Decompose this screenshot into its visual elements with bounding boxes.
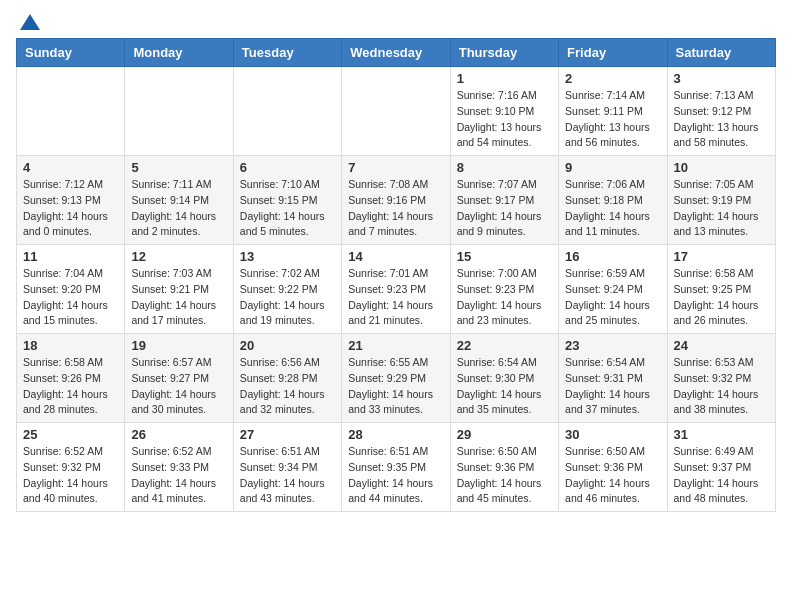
calendar-cell: 8Sunrise: 7:07 AMSunset: 9:17 PMDaylight…: [450, 156, 558, 245]
calendar-cell: 26Sunrise: 6:52 AMSunset: 9:33 PMDayligh…: [125, 423, 233, 512]
logo-triangle-icon: [20, 14, 40, 30]
day-number: 18: [23, 338, 118, 353]
calendar-week-5: 25Sunrise: 6:52 AMSunset: 9:32 PMDayligh…: [17, 423, 776, 512]
day-info: Sunrise: 7:00 AMSunset: 9:23 PMDaylight:…: [457, 266, 552, 329]
calendar-cell: [125, 67, 233, 156]
calendar-cell: 9Sunrise: 7:06 AMSunset: 9:18 PMDaylight…: [559, 156, 667, 245]
calendar-cell: 10Sunrise: 7:05 AMSunset: 9:19 PMDayligh…: [667, 156, 775, 245]
calendar-cell: 22Sunrise: 6:54 AMSunset: 9:30 PMDayligh…: [450, 334, 558, 423]
calendar-cell: 27Sunrise: 6:51 AMSunset: 9:34 PMDayligh…: [233, 423, 341, 512]
day-number: 6: [240, 160, 335, 175]
day-info: Sunrise: 7:08 AMSunset: 9:16 PMDaylight:…: [348, 177, 443, 240]
calendar-cell: 18Sunrise: 6:58 AMSunset: 9:26 PMDayligh…: [17, 334, 125, 423]
day-number: 8: [457, 160, 552, 175]
calendar-cell: 3Sunrise: 7:13 AMSunset: 9:12 PMDaylight…: [667, 67, 775, 156]
day-info: Sunrise: 6:49 AMSunset: 9:37 PMDaylight:…: [674, 444, 769, 507]
day-number: 27: [240, 427, 335, 442]
calendar-cell: 30Sunrise: 6:50 AMSunset: 9:36 PMDayligh…: [559, 423, 667, 512]
calendar-cell: 6Sunrise: 7:10 AMSunset: 9:15 PMDaylight…: [233, 156, 341, 245]
calendar-cell: 25Sunrise: 6:52 AMSunset: 9:32 PMDayligh…: [17, 423, 125, 512]
day-number: 28: [348, 427, 443, 442]
calendar-cell: 29Sunrise: 6:50 AMSunset: 9:36 PMDayligh…: [450, 423, 558, 512]
logo: [16, 16, 40, 30]
calendar-cell: 20Sunrise: 6:56 AMSunset: 9:28 PMDayligh…: [233, 334, 341, 423]
day-info: Sunrise: 6:52 AMSunset: 9:32 PMDaylight:…: [23, 444, 118, 507]
header-sunday: Sunday: [17, 39, 125, 67]
header-saturday: Saturday: [667, 39, 775, 67]
calendar-header-row: SundayMondayTuesdayWednesdayThursdayFrid…: [17, 39, 776, 67]
day-info: Sunrise: 7:12 AMSunset: 9:13 PMDaylight:…: [23, 177, 118, 240]
calendar-cell: 31Sunrise: 6:49 AMSunset: 9:37 PMDayligh…: [667, 423, 775, 512]
day-number: 20: [240, 338, 335, 353]
day-info: Sunrise: 7:02 AMSunset: 9:22 PMDaylight:…: [240, 266, 335, 329]
day-number: 31: [674, 427, 769, 442]
calendar-week-4: 18Sunrise: 6:58 AMSunset: 9:26 PMDayligh…: [17, 334, 776, 423]
day-number: 24: [674, 338, 769, 353]
day-info: Sunrise: 7:13 AMSunset: 9:12 PMDaylight:…: [674, 88, 769, 151]
day-info: Sunrise: 7:04 AMSunset: 9:20 PMDaylight:…: [23, 266, 118, 329]
calendar-cell: 28Sunrise: 6:51 AMSunset: 9:35 PMDayligh…: [342, 423, 450, 512]
day-info: Sunrise: 6:58 AMSunset: 9:25 PMDaylight:…: [674, 266, 769, 329]
day-number: 14: [348, 249, 443, 264]
day-number: 15: [457, 249, 552, 264]
calendar-cell: 4Sunrise: 7:12 AMSunset: 9:13 PMDaylight…: [17, 156, 125, 245]
day-info: Sunrise: 7:01 AMSunset: 9:23 PMDaylight:…: [348, 266, 443, 329]
day-info: Sunrise: 6:56 AMSunset: 9:28 PMDaylight:…: [240, 355, 335, 418]
day-info: Sunrise: 6:58 AMSunset: 9:26 PMDaylight:…: [23, 355, 118, 418]
calendar-week-3: 11Sunrise: 7:04 AMSunset: 9:20 PMDayligh…: [17, 245, 776, 334]
day-info: Sunrise: 6:54 AMSunset: 9:30 PMDaylight:…: [457, 355, 552, 418]
calendar-cell: 12Sunrise: 7:03 AMSunset: 9:21 PMDayligh…: [125, 245, 233, 334]
day-number: 19: [131, 338, 226, 353]
calendar-cell: 17Sunrise: 6:58 AMSunset: 9:25 PMDayligh…: [667, 245, 775, 334]
day-number: 2: [565, 71, 660, 86]
day-info: Sunrise: 6:52 AMSunset: 9:33 PMDaylight:…: [131, 444, 226, 507]
day-number: 9: [565, 160, 660, 175]
day-info: Sunrise: 7:11 AMSunset: 9:14 PMDaylight:…: [131, 177, 226, 240]
day-number: 21: [348, 338, 443, 353]
day-info: Sunrise: 6:54 AMSunset: 9:31 PMDaylight:…: [565, 355, 660, 418]
day-info: Sunrise: 7:10 AMSunset: 9:15 PMDaylight:…: [240, 177, 335, 240]
calendar-week-2: 4Sunrise: 7:12 AMSunset: 9:13 PMDaylight…: [17, 156, 776, 245]
day-number: 7: [348, 160, 443, 175]
day-number: 12: [131, 249, 226, 264]
calendar-cell: 19Sunrise: 6:57 AMSunset: 9:27 PMDayligh…: [125, 334, 233, 423]
day-number: 5: [131, 160, 226, 175]
day-number: 17: [674, 249, 769, 264]
calendar-cell: 5Sunrise: 7:11 AMSunset: 9:14 PMDaylight…: [125, 156, 233, 245]
calendar-cell: 1Sunrise: 7:16 AMSunset: 9:10 PMDaylight…: [450, 67, 558, 156]
header-monday: Monday: [125, 39, 233, 67]
day-info: Sunrise: 6:59 AMSunset: 9:24 PMDaylight:…: [565, 266, 660, 329]
header: [16, 16, 776, 30]
day-number: 26: [131, 427, 226, 442]
header-tuesday: Tuesday: [233, 39, 341, 67]
day-number: 10: [674, 160, 769, 175]
day-info: Sunrise: 6:51 AMSunset: 9:34 PMDaylight:…: [240, 444, 335, 507]
calendar-cell: [17, 67, 125, 156]
day-number: 13: [240, 249, 335, 264]
calendar-cell: 7Sunrise: 7:08 AMSunset: 9:16 PMDaylight…: [342, 156, 450, 245]
calendar-cell: 13Sunrise: 7:02 AMSunset: 9:22 PMDayligh…: [233, 245, 341, 334]
calendar-cell: 16Sunrise: 6:59 AMSunset: 9:24 PMDayligh…: [559, 245, 667, 334]
calendar-cell: 23Sunrise: 6:54 AMSunset: 9:31 PMDayligh…: [559, 334, 667, 423]
calendar-cell: 24Sunrise: 6:53 AMSunset: 9:32 PMDayligh…: [667, 334, 775, 423]
day-number: 25: [23, 427, 118, 442]
day-info: Sunrise: 7:14 AMSunset: 9:11 PMDaylight:…: [565, 88, 660, 151]
day-number: 22: [457, 338, 552, 353]
day-number: 30: [565, 427, 660, 442]
day-number: 29: [457, 427, 552, 442]
header-thursday: Thursday: [450, 39, 558, 67]
calendar-cell: 15Sunrise: 7:00 AMSunset: 9:23 PMDayligh…: [450, 245, 558, 334]
day-number: 3: [674, 71, 769, 86]
day-info: Sunrise: 7:03 AMSunset: 9:21 PMDaylight:…: [131, 266, 226, 329]
calendar-table: SundayMondayTuesdayWednesdayThursdayFrid…: [16, 38, 776, 512]
calendar-cell: 11Sunrise: 7:04 AMSunset: 9:20 PMDayligh…: [17, 245, 125, 334]
calendar-cell: 21Sunrise: 6:55 AMSunset: 9:29 PMDayligh…: [342, 334, 450, 423]
day-info: Sunrise: 6:55 AMSunset: 9:29 PMDaylight:…: [348, 355, 443, 418]
calendar-cell: 2Sunrise: 7:14 AMSunset: 9:11 PMDaylight…: [559, 67, 667, 156]
day-info: Sunrise: 7:06 AMSunset: 9:18 PMDaylight:…: [565, 177, 660, 240]
day-info: Sunrise: 6:50 AMSunset: 9:36 PMDaylight:…: [457, 444, 552, 507]
day-info: Sunrise: 6:53 AMSunset: 9:32 PMDaylight:…: [674, 355, 769, 418]
day-number: 16: [565, 249, 660, 264]
day-number: 23: [565, 338, 660, 353]
day-info: Sunrise: 7:16 AMSunset: 9:10 PMDaylight:…: [457, 88, 552, 151]
